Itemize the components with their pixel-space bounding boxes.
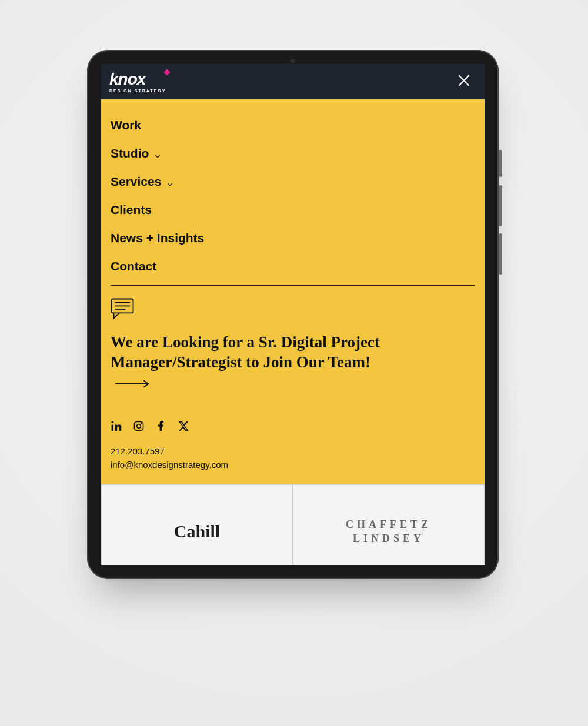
speech-bubble-icon [111, 312, 136, 322]
topbar: knox DESIGN STRATEGY [101, 64, 485, 99]
cta-text: We are Looking for a Sr. Digital Project… [111, 333, 380, 371]
svg-point-10 [137, 424, 141, 429]
close-icon[interactable] [456, 73, 472, 91]
client-cell[interactable]: Chaffetz Lindsey [293, 484, 485, 565]
nav-item-services[interactable]: Services [111, 168, 475, 196]
clients-grid: Cahill Chaffetz Lindsey [101, 484, 485, 565]
nav-label: Studio [111, 146, 149, 160]
chevron-down-icon [166, 178, 174, 186]
client-logo-line1: Chaffetz [346, 517, 432, 531]
svg-point-11 [141, 423, 142, 424]
nav-label: News + Insights [111, 231, 204, 245]
nav-item-clients[interactable]: Clients [111, 196, 475, 224]
screen: knox DESIGN STRATEGY Work Studio [101, 64, 485, 565]
svg-point-8 [112, 421, 114, 424]
client-logo-cahill: Cahill [174, 521, 220, 541]
contact-email[interactable]: info@knoxdesignstrategy.com [111, 459, 475, 472]
brand-wordmark: knox [109, 71, 166, 88]
device-volume-down [499, 233, 502, 275]
device-mockup-stage: knox DESIGN STRATEGY Work Studio [0, 0, 588, 726]
nav-item-news[interactable]: News + Insights [111, 224, 475, 252]
facebook-icon[interactable] [155, 420, 167, 432]
nav-label: Clients [111, 203, 152, 217]
nav-label: Services [111, 175, 161, 189]
menu-panel: Work Studio Services [101, 99, 485, 484]
nav-item-contact[interactable]: Contact [111, 252, 475, 280]
nav-item-work[interactable]: Work [111, 111, 475, 139]
instagram-icon[interactable] [133, 420, 145, 432]
brand-logo[interactable]: knox DESIGN STRATEGY [109, 71, 166, 93]
client-logo-line2: Lindsey [346, 531, 432, 546]
contact-block: 212.203.7597 info@knoxdesignstrategy.com [111, 445, 475, 471]
x-twitter-icon[interactable] [178, 420, 189, 432]
svg-rect-7 [112, 425, 113, 431]
client-logo-chaffetz-lindsey: Chaffetz Lindsey [346, 517, 432, 546]
linkedin-icon[interactable] [111, 420, 122, 432]
device-power-button [499, 150, 502, 177]
nav-item-studio[interactable]: Studio [111, 139, 475, 168]
nav-label: Contact [111, 259, 156, 273]
chevron-down-icon [153, 149, 162, 158]
brand-accent-dot [164, 69, 171, 75]
divider [111, 285, 475, 286]
contact-phone[interactable]: 212.203.7597 [111, 445, 475, 459]
primary-nav: Work Studio Services [111, 111, 475, 280]
arrow-right-icon [115, 373, 152, 393]
tablet-frame: knox DESIGN STRATEGY Work Studio [87, 50, 499, 579]
brand-tagline: DESIGN STRATEGY [109, 89, 166, 93]
client-cell[interactable]: Cahill [101, 484, 293, 565]
careers-cta[interactable]: We are Looking for a Sr. Digital Project… [111, 333, 393, 393]
social-links [111, 420, 475, 432]
nav-label: Work [111, 118, 141, 132]
device-volume-up [499, 185, 502, 226]
